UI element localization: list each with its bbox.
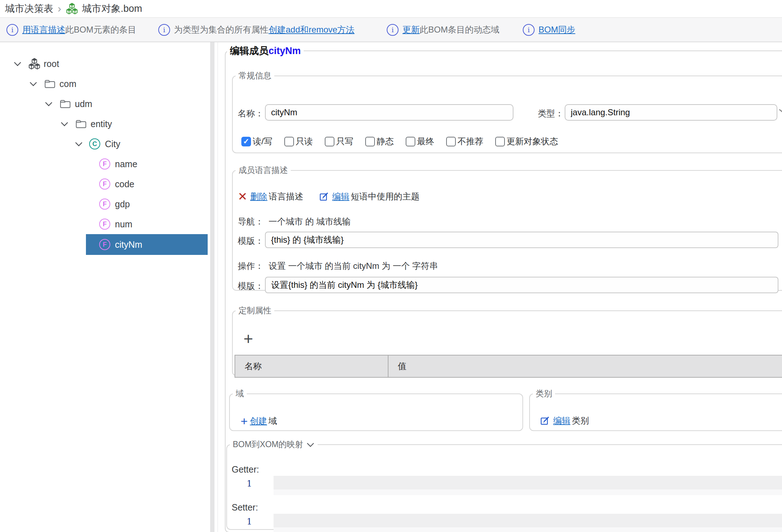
field-icon: F: [99, 199, 110, 210]
create-domain-suffix: 域: [269, 415, 277, 427]
checkbox-icon[interactable]: [406, 137, 415, 146]
categories-fieldset: 类别 编辑 类别: [529, 388, 782, 431]
checkbox-icon[interactable]: [365, 137, 375, 146]
chevron-down-icon[interactable]: [60, 120, 69, 127]
custom-properties-table: 名称 值: [235, 355, 782, 378]
tree-item-label: name: [115, 159, 137, 169]
info-icon[interactable]: i: [523, 24, 535, 36]
bom-sync-link[interactable]: BOM同步: [539, 25, 575, 34]
edit-subject-action[interactable]: 编辑 短语中使用的主题: [319, 191, 420, 202]
edit-icon[interactable]: [319, 192, 329, 202]
tree-item-gdp[interactable]: F gdp: [0, 194, 210, 214]
edit-categories-suffix: 类别: [572, 415, 589, 426]
chevron-down-icon[interactable]: [306, 440, 315, 450]
checkbox-read-only[interactable]: 只读: [284, 136, 313, 147]
info-icon[interactable]: i: [6, 24, 18, 36]
edit-icon[interactable]: [540, 416, 550, 426]
checkbox-icon[interactable]: [446, 137, 456, 146]
checkbox-label: 只写: [336, 136, 353, 147]
verbalization-actions: ✕ 删除 语言描述 编辑 短语中使用的主题: [238, 191, 420, 202]
tree-item-num[interactable]: F num: [0, 214, 210, 234]
panel-splitter[interactable]: [210, 42, 214, 532]
checkbox-write-only[interactable]: 只写: [325, 136, 353, 147]
setter-code-editor[interactable]: [274, 514, 782, 532]
tree-item-code[interactable]: F code: [0, 174, 210, 194]
verbalize-link[interactable]: 用语言描述: [22, 25, 65, 34]
tree-item-root[interactable]: root: [0, 54, 210, 74]
checkbox-update-object-state[interactable]: 更新对象状态: [495, 136, 558, 147]
checkbox-icon[interactable]: [495, 137, 505, 146]
action-value: 设置 一个城市 的当前 cityNm 为 一个 字符串: [269, 260, 438, 272]
checkbox-label: 更新对象状态: [507, 136, 558, 147]
delete-x-icon[interactable]: ✕: [238, 191, 247, 202]
breadcrumb-parent[interactable]: 城市决策表: [5, 2, 53, 15]
add-remove-link[interactable]: 创建add和remove方法: [269, 25, 354, 34]
edit-subject-link[interactable]: 编辑: [332, 191, 349, 202]
tree-item-name[interactable]: F name: [0, 154, 210, 174]
add-property-button[interactable]: +: [243, 330, 253, 347]
plus-icon[interactable]: +: [241, 415, 248, 427]
getter-label: Getter:: [232, 464, 259, 475]
toolbar-item-bom-sync[interactable]: i BOM同步: [523, 18, 575, 42]
toolbar-item-update-domain[interactable]: i 更新此BOM条目的动态域: [387, 18, 499, 42]
tree-item-udm[interactable]: udm: [0, 94, 210, 114]
field-icon: F: [99, 219, 110, 230]
type-label: 类型：: [538, 108, 564, 119]
field-icon: F: [99, 159, 110, 170]
checkbox-icon[interactable]: [284, 137, 294, 146]
toolbar-item-verbalize[interactable]: i 用语言描述此BOM元素的条目: [6, 18, 136, 42]
setter-code-line[interactable]: [274, 514, 782, 527]
navigation-template-input[interactable]: [265, 232, 778, 248]
tree-item-city[interactable]: C City: [0, 134, 210, 154]
info-icon[interactable]: i: [158, 24, 170, 36]
delete-verbalization-action[interactable]: ✕ 删除 语言描述: [238, 191, 303, 202]
getter-code-line[interactable]: [274, 476, 782, 489]
checkbox-final[interactable]: 最终: [406, 136, 434, 147]
tree-item-label: code: [115, 179, 134, 189]
table-header-name: 名称: [235, 356, 388, 377]
edit-subject-suffix: 短语中使用的主题: [351, 191, 420, 202]
create-domain-action[interactable]: + 创建 域: [241, 415, 277, 427]
field-icon: F: [99, 239, 110, 250]
edit-categories-action[interactable]: 编辑 类别: [540, 415, 589, 426]
bom-root-icon: [28, 58, 41, 70]
tree-item-label: udm: [75, 99, 92, 109]
chevron-down-icon[interactable]: [44, 100, 53, 107]
edit-categories-link[interactable]: 编辑: [553, 415, 570, 426]
type-input[interactable]: [565, 104, 777, 121]
create-domain-link[interactable]: 创建: [250, 415, 267, 427]
update-suffix: 此BOM条目的动态域: [420, 25, 499, 34]
delete-link[interactable]: 删除: [250, 191, 267, 202]
chevron-down-icon[interactable]: [13, 60, 22, 67]
checkbox-deprecated[interactable]: 不推荐: [446, 136, 483, 147]
bom-file-icon: [66, 3, 78, 15]
tree-item-com[interactable]: com: [0, 74, 210, 94]
breadcrumb-separator-icon: ›: [58, 3, 61, 15]
verbalize-suffix: 此BOM元素的条目: [65, 25, 136, 34]
navigation-value: 一个城市 的 城市线输: [269, 216, 351, 227]
checkbox-label: 读/写: [253, 136, 272, 147]
type-browse-icon[interactable]: [779, 109, 782, 115]
checkbox-checked-icon[interactable]: [241, 137, 251, 146]
checkbox-icon[interactable]: [325, 137, 334, 146]
mapping-legend[interactable]: BOM到XOM的映射: [230, 439, 318, 450]
update-link[interactable]: 更新: [402, 25, 420, 34]
member-modifier-checkboxes: 读/写 只读 只写 静态 最终 不推荐 更新对象状态: [241, 136, 558, 147]
navigation-label: 导航：: [238, 216, 264, 227]
tree-item-citynm-selected[interactable]: F cityNm: [0, 234, 210, 255]
tree-item-entity[interactable]: entity: [0, 114, 210, 134]
tree-item-label: num: [115, 219, 132, 229]
class-icon: C: [89, 139, 100, 150]
info-icon[interactable]: i: [387, 24, 399, 36]
checkbox-static[interactable]: 静态: [365, 136, 394, 147]
checkbox-read-write[interactable]: 读/写: [241, 136, 272, 147]
chevron-down-icon[interactable]: [29, 80, 38, 87]
tree-item-label: gdp: [115, 199, 130, 209]
toolbar-item-add-remove[interactable]: i 为类型为集合的所有属性创建add和remove方法: [158, 18, 354, 42]
name-input[interactable]: [265, 104, 513, 121]
setter-line-number: 1: [241, 517, 252, 527]
chevron-down-icon[interactable]: [74, 140, 83, 147]
field-icon: F: [99, 179, 110, 190]
action-template-input[interactable]: [265, 277, 778, 293]
getter-code-editor[interactable]: [274, 476, 782, 495]
